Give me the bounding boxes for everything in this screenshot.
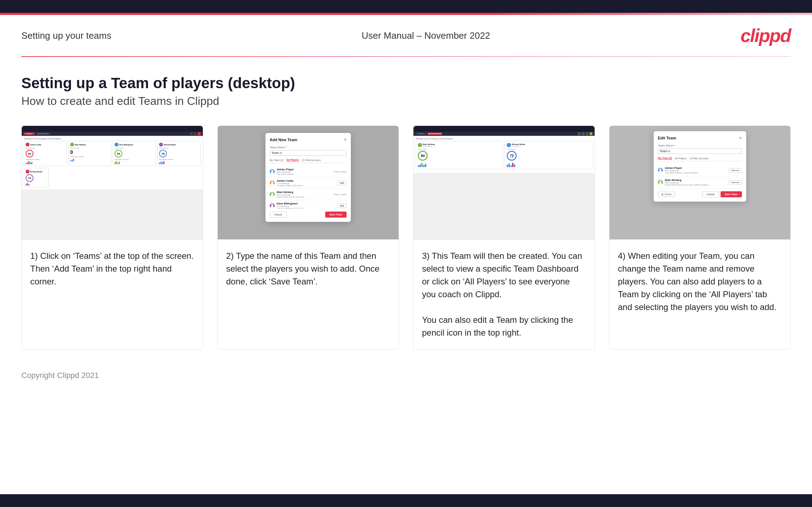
player-list: Adrian Player Plus Handicap The Shire Lo… bbox=[270, 166, 347, 209]
trash-icon: 🗑 bbox=[661, 193, 664, 196]
card-2: Add New Team × Team Name * Team A My Tea… bbox=[217, 126, 399, 349]
edit-player-row-1: Adrian Player Plus Handicap The Shire Lo… bbox=[658, 164, 742, 176]
card-3: Home My Performance ✎ Showing 2 out of 2… bbox=[413, 126, 595, 349]
edit-player-detail-2b: Royal North Devon Golf Club, United King… bbox=[665, 184, 727, 186]
card-2-screenshot: Add New Team × Team Name * Team A My Tea… bbox=[218, 126, 399, 240]
header-manual-label: User Manual – November 2022 bbox=[362, 30, 490, 41]
player-item-2: Adrian Colba 1.5 Handicap Central London… bbox=[270, 177, 347, 189]
edit-player-info-2: Blair McHarg Plus Handicap Royal North D… bbox=[665, 178, 727, 186]
edit-team-name-input[interactable]: Team A bbox=[658, 148, 742, 154]
svg-point-6 bbox=[271, 204, 273, 206]
card-4-screenshot: Edit Team × Team Name * Team A My Team (… bbox=[610, 126, 791, 240]
player-status-1: Player Added bbox=[334, 171, 347, 173]
svg-point-1 bbox=[270, 172, 274, 174]
modal-close-icon[interactable]: × bbox=[344, 137, 347, 142]
player-club-3: Royal North Devon Golf Club bbox=[277, 196, 332, 198]
main-content: Setting up a Team of players (desktop) H… bbox=[0, 57, 812, 364]
add-player-4-button[interactable]: Add bbox=[337, 203, 347, 208]
top-bar bbox=[0, 0, 812, 13]
modal-tabs: My Team (2) All Players Filter by name bbox=[270, 159, 347, 163]
save-team-button[interactable]: Save Team bbox=[325, 212, 347, 218]
player-info-3: Blair McHarg Plus Handicap Royal North D… bbox=[277, 191, 332, 198]
edit-player-name-2: Blair McHarg bbox=[665, 178, 727, 182]
player-club-4: The Dog Mapping Golf Club bbox=[277, 207, 335, 209]
player-avatar-1 bbox=[270, 169, 275, 174]
page-footer: Copyright Clippd 2021 bbox=[0, 364, 812, 387]
tab-my-team[interactable]: My Team (2) bbox=[270, 159, 284, 161]
edit-player-name-1: Adrian Player bbox=[665, 166, 727, 170]
edit-tab-filter[interactable]: Filter by name bbox=[690, 157, 708, 160]
edit-team-modal-box: Edit Team × Team Name * Team A My Team (… bbox=[654, 131, 746, 202]
modal-header: Add New Team × bbox=[270, 137, 347, 142]
player-item-4: Dave Billingham 3.5 Handicap The Dog Map… bbox=[270, 200, 347, 209]
card-4: Edit Team × Team Name * Team A My Team (… bbox=[609, 126, 791, 349]
card-2-text: 2) Type the name of this Team and then s… bbox=[218, 240, 399, 349]
svg-point-9 bbox=[659, 171, 662, 173]
svg-point-0 bbox=[271, 170, 273, 172]
logo: clippd bbox=[740, 25, 791, 46]
delete-team-button[interactable]: 🗑 Delete bbox=[658, 192, 675, 197]
svg-point-11 bbox=[659, 183, 662, 185]
edit-modal-title: Edit Team bbox=[658, 136, 676, 140]
edit-tab-my-team[interactable]: My Team (2) bbox=[658, 157, 672, 160]
tab-all-players[interactable]: All Players bbox=[286, 159, 299, 161]
svg-point-4 bbox=[271, 193, 273, 195]
add-team-modal-box: Add New Team × Team Name * Team A My Tea… bbox=[265, 133, 351, 222]
player-info-4: Dave Billingham 3.5 Handicap The Dog Map… bbox=[277, 202, 335, 209]
modal-title: Add New Team bbox=[270, 138, 297, 142]
remove-player-1-button[interactable]: Remove bbox=[729, 168, 742, 172]
svg-point-2 bbox=[271, 181, 273, 183]
card-4-text: 4) When editing your Team, you can chang… bbox=[610, 240, 791, 349]
edit-player-avatar-2 bbox=[658, 180, 663, 185]
player-name-4: Dave Billingham bbox=[277, 202, 335, 205]
card-1: Home My Fd Teams Showing 4 out of 8 play… bbox=[21, 126, 203, 349]
edit-modal-header: Edit Team × bbox=[658, 135, 742, 140]
team-name-input[interactable]: Team A bbox=[270, 150, 347, 156]
player-avatar-3 bbox=[270, 192, 275, 197]
player-club-1: The Shire London bbox=[277, 173, 332, 175]
player-item-1: Adrian Player Plus Handicap The Shire Lo… bbox=[270, 166, 347, 177]
modal-footer: Cancel Save Team bbox=[270, 212, 347, 218]
player-item-3: Blair McHarg Plus Handicap Royal North D… bbox=[270, 189, 347, 200]
card-1-screenshot: Home My Fd Teams Showing 4 out of 8 play… bbox=[22, 126, 203, 240]
edit-modal-tabs: My Team (2) All Players Filter by name bbox=[658, 157, 742, 161]
add-team-modal-bg: Add New Team × Team Name * Team A My Tea… bbox=[218, 126, 399, 239]
team-name-label: Team Name * bbox=[270, 146, 347, 149]
player-club-2: Central London Golf Centre bbox=[277, 185, 335, 187]
page-subtitle: How to create and edit Teams in Clippd bbox=[21, 95, 791, 108]
edit-player-info-1: Adrian Player Plus Handicap The Shire Lo… bbox=[665, 166, 727, 174]
player-info-2: Adrian Colba 1.5 Handicap Central London… bbox=[277, 179, 335, 187]
player-info-1: Adrian Player Plus Handicap The Shire Lo… bbox=[277, 168, 332, 175]
page-title: Setting up a Team of players (desktop) bbox=[21, 75, 791, 92]
player-avatar-4 bbox=[270, 203, 275, 208]
edit-player-detail-1b: The Shire London, United Kingdom bbox=[665, 172, 727, 174]
edit-modal-close-icon[interactable]: × bbox=[739, 135, 742, 140]
edit-action-buttons: Cancel Save Team bbox=[702, 191, 742, 197]
edit-cancel-button[interactable]: Cancel bbox=[702, 191, 719, 197]
card-1-text: 1) Click on ‘Teams’ at the top of the sc… bbox=[22, 240, 203, 349]
svg-point-10 bbox=[659, 181, 661, 183]
cancel-button[interactable]: Cancel bbox=[270, 212, 287, 218]
copyright-text: Copyright Clippd 2021 bbox=[21, 371, 99, 380]
player-name-2: Adrian Colba bbox=[277, 179, 335, 182]
edit-player-avatar-1 bbox=[658, 168, 663, 173]
bottom-bar bbox=[0, 494, 812, 507]
edit-team-name-label: Team Name * bbox=[658, 144, 742, 147]
player-avatar-2 bbox=[270, 181, 275, 186]
svg-point-8 bbox=[659, 169, 661, 171]
card-3-screenshot: Home My Performance ✎ Showing 2 out of 2… bbox=[413, 126, 595, 240]
cards-grid: Home My Fd Teams Showing 4 out of 8 play… bbox=[21, 126, 791, 349]
card-3-text: 3) This Team will then be created. You c… bbox=[413, 240, 595, 349]
player-name-3: Blair McHarg bbox=[277, 191, 332, 194]
tab-filter[interactable]: Filter by name bbox=[302, 159, 321, 161]
edit-player-row-2: Blair McHarg Plus Handicap Royal North D… bbox=[658, 176, 742, 188]
header-section-label: Setting up your teams bbox=[21, 30, 111, 41]
edit-save-team-button[interactable]: Save Team bbox=[721, 191, 742, 197]
edit-tab-all-players[interactable]: All Players bbox=[675, 157, 687, 160]
add-player-2-button[interactable]: Add bbox=[337, 181, 347, 185]
player-name-1: Adrian Player bbox=[277, 168, 332, 171]
svg-point-7 bbox=[270, 206, 274, 208]
edit-modal-footer: 🗑 Delete Cancel Save Team bbox=[658, 191, 742, 197]
remove-player-2-button[interactable]: Remove bbox=[729, 180, 742, 185]
header: Setting up your teams User Manual – Nove… bbox=[0, 15, 812, 46]
